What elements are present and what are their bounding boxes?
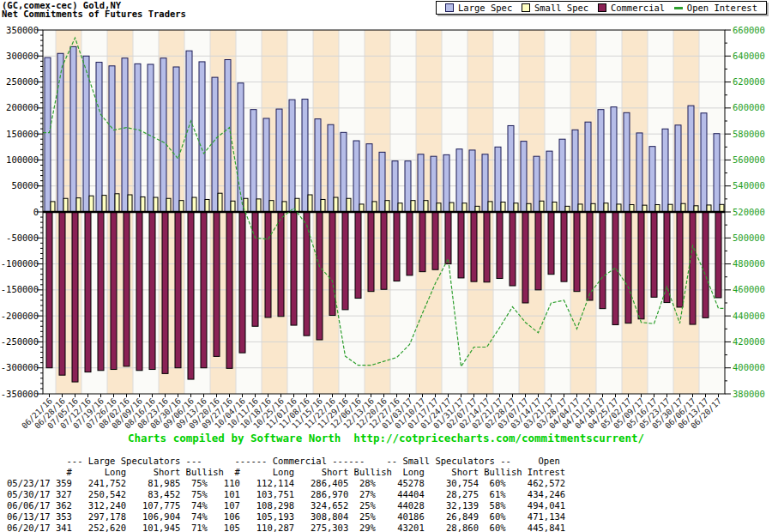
small-spec-bar [411, 201, 415, 212]
small-spec-bar [488, 202, 492, 212]
large-spec-bar [675, 125, 681, 212]
small-spec-bar [51, 202, 55, 212]
left-axis-label: -200000 [1, 311, 39, 321]
small-spec-bar [617, 204, 621, 212]
right-axis-label: 460000 [733, 284, 765, 294]
table-group-header: --- Large Speculators --- ------ Commerc… [7, 456, 565, 467]
large-spec-bar [302, 100, 308, 212]
table-row: 05/23/17 359 241,752 81,985 75% 110 112,… [7, 478, 565, 489]
small-spec-bar [334, 197, 338, 212]
large-spec-bar [611, 107, 617, 212]
commercial-bar [703, 212, 709, 317]
small-spec-bar [681, 203, 685, 212]
table-row: 06/13/17 353 297,178 106,904 74% 106 105… [7, 511, 565, 523]
right-axis-label: 500000 [733, 233, 765, 243]
small-spec-bar [76, 198, 81, 212]
commercial-bar [355, 212, 361, 299]
small-spec-bar [308, 195, 312, 212]
small-spec-bar [385, 201, 389, 212]
large-spec-bar [276, 109, 282, 212]
commercial-bar [201, 212, 207, 368]
small-spec-bar [128, 195, 132, 212]
right-axis-label: 660000 [733, 25, 765, 35]
large-spec-bar [598, 110, 604, 212]
commercial-bar [651, 212, 657, 297]
small-spec-bar [256, 199, 261, 212]
left-axis-label: 300000 [6, 51, 39, 61]
right-axis-label: 440000 [733, 311, 765, 321]
small-spec-bar [578, 204, 582, 212]
left-axis-label: -350000 [1, 389, 39, 399]
small-spec-bar [720, 204, 724, 212]
commercial-bar [98, 212, 104, 371]
large-spec-bar [70, 46, 76, 212]
commercial-bar [535, 212, 541, 290]
commercial-bar [124, 212, 130, 366]
large-spec-bar [443, 154, 449, 212]
large-spec-bar [263, 118, 269, 212]
right-axis-label: 380000 [733, 389, 765, 399]
large-spec-bar [148, 64, 154, 212]
left-axis-label: -100000 [1, 258, 39, 269]
small-spec-bar [552, 202, 557, 212]
small-spec-bar [269, 201, 274, 212]
left-axis-label: 250000 [6, 76, 39, 87]
commercial-bar [291, 212, 297, 325]
commercial-bar [136, 212, 142, 371]
large-spec-bar [456, 149, 462, 212]
large-spec-bar [431, 156, 437, 212]
large-spec-bar [559, 139, 565, 212]
large-spec-bar [250, 110, 256, 212]
small-spec-bar [449, 203, 454, 212]
large-spec-bar [624, 112, 630, 212]
right-axis-label: 640000 [733, 51, 765, 61]
small-spec-bar [424, 201, 428, 212]
large-spec-bar [546, 151, 552, 212]
large-spec-bar [328, 124, 334, 212]
large-spec-bar [96, 63, 102, 212]
large-spec-bar [392, 161, 398, 212]
large-spec-bar [714, 134, 720, 212]
table-row: 06/20/17 341 252,620 101,945 71% 105 110… [7, 523, 565, 532]
commercial-bar [342, 212, 348, 310]
commercial-bar [368, 212, 374, 292]
table-row: 06/06/17 362 312,240 107,775 74% 107 108… [7, 500, 565, 511]
right-axis-label: 600000 [733, 102, 765, 112]
commercial-bar [522, 212, 528, 303]
large-spec-bar [636, 133, 642, 212]
right-axis-label: 400000 [733, 362, 765, 372]
commercial-bar [278, 212, 284, 317]
large-spec-bar [688, 106, 694, 212]
large-spec-bar [405, 161, 411, 212]
right-axis-label: 560000 [733, 154, 765, 165]
commercial-bar [497, 212, 503, 279]
left-axis-label: -300000 [1, 362, 39, 372]
commercial-bar [214, 212, 220, 356]
commercial-bar [188, 212, 194, 379]
large-spec-bar [482, 154, 488, 212]
commercial-bar [600, 212, 606, 309]
small-spec-bar [668, 204, 672, 212]
right-axis-label: 480000 [733, 258, 765, 269]
large-spec-bar [534, 156, 540, 212]
commercial-bar [690, 212, 696, 324]
left-axis-label: 350000 [6, 25, 39, 35]
large-spec-bar [701, 113, 707, 212]
large-spec-bar [379, 152, 385, 212]
commercial-bar [252, 212, 258, 326]
left-axis-label: -150000 [1, 284, 39, 294]
left-axis-label: 0 [33, 207, 39, 217]
left-axis-label: -50000 [6, 233, 39, 243]
small-spec-bar [514, 203, 518, 212]
small-spec-bar [604, 203, 608, 212]
commercial-bar [111, 212, 117, 370]
small-spec-bar [102, 196, 106, 212]
commercial-bar [381, 212, 387, 289]
small-spec-bar [591, 203, 595, 212]
commercial-bar [471, 212, 477, 281]
small-spec-bar [89, 196, 93, 212]
commercial-bar [175, 212, 181, 368]
commercial-bar [510, 212, 516, 286]
commercial-bar [46, 212, 52, 368]
commercial-bar [458, 212, 464, 278]
